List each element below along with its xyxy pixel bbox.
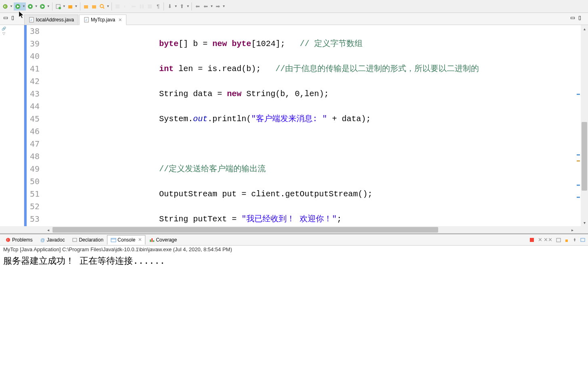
prev-annotation-icon[interactable]: ⬆ bbox=[178, 3, 185, 10]
remove-all-icon[interactable]: ✕✕ bbox=[544, 236, 552, 244]
show-whitespace-icon[interactable] bbox=[146, 3, 153, 10]
overview-ruler[interactable] bbox=[576, 25, 581, 226]
scroll-thumb[interactable] bbox=[52, 227, 438, 233]
marker-icon[interactable] bbox=[577, 94, 580, 95]
code-editor[interactable]: byte[] b = new byte[1024]; // 定义字节数组 int… bbox=[41, 25, 588, 226]
javadoc-icon: @ bbox=[40, 237, 46, 243]
debug-icon[interactable] bbox=[2, 3, 9, 10]
main-toolbar: ▼ ▼ ▼ ▼ ▼ ▼ ▼ ¶ ⬇ ▼ ⬆ ▼ ⬅ ⬅ bbox=[0, 0, 588, 13]
marker-icon[interactable] bbox=[577, 185, 580, 186]
svg-rect-8 bbox=[84, 5, 88, 8]
marker-icon[interactable] bbox=[577, 160, 580, 162]
line-number: 46 bbox=[27, 125, 40, 138]
clear-console-icon[interactable] bbox=[555, 236, 562, 244]
tab-mytcp[interactable]: J MyTcp.java ✕ bbox=[79, 15, 126, 25]
svg-rect-25 bbox=[111, 238, 116, 242]
coverage-icon[interactable] bbox=[27, 3, 34, 10]
svg-rect-30 bbox=[530, 238, 534, 242]
dropdown-arrow-icon[interactable]: ▼ bbox=[222, 4, 225, 8]
svg-rect-29 bbox=[153, 240, 154, 242]
minimize-icon[interactable]: ▭ bbox=[570, 15, 577, 21]
tab-localaddress[interactable]: J localAddress.java bbox=[24, 15, 78, 25]
line-number: 50 bbox=[27, 175, 40, 188]
line-number: 42 bbox=[27, 75, 40, 88]
line-number: 38 bbox=[27, 25, 40, 38]
svg-rect-16 bbox=[148, 4, 152, 8]
link-editor-icon[interactable]: 🔗 bbox=[0, 27, 8, 32]
maximize-icon[interactable]: ▯ bbox=[578, 15, 585, 21]
scroll-down-icon[interactable]: ▾ bbox=[581, 219, 588, 226]
dropdown-arrow-icon[interactable]: ▼ bbox=[63, 4, 66, 8]
marker-icon[interactable] bbox=[577, 197, 580, 198]
back-icon[interactable]: ⬅ bbox=[194, 3, 201, 10]
tab-console[interactable]: Console ✕ bbox=[107, 235, 145, 245]
new-package-icon[interactable] bbox=[67, 3, 74, 10]
svg-rect-12 bbox=[116, 4, 120, 8]
tab-declaration[interactable]: Declaration bbox=[68, 235, 107, 245]
pilcrow-icon[interactable]: ¶ bbox=[154, 3, 162, 10]
toggle-breadcrumb-icon[interactable] bbox=[122, 3, 129, 10]
dropdown-arrow-icon[interactable]: ▼ bbox=[10, 4, 13, 8]
svg-rect-24 bbox=[73, 238, 77, 242]
scroll-lock-icon[interactable] bbox=[563, 236, 570, 244]
pin-console-icon[interactable] bbox=[571, 236, 578, 244]
bottom-panel: ! Problems @ Javadoc Declaration Console… bbox=[0, 233, 588, 355]
console-output[interactable]: 服务器建立成功！ 正在等待连接...... bbox=[0, 253, 588, 355]
svg-line-11 bbox=[103, 7, 104, 8]
tab-problems[interactable]: ! Problems bbox=[2, 235, 36, 245]
restore-view-icon[interactable]: ▯ bbox=[11, 15, 18, 21]
run-last-icon[interactable] bbox=[39, 3, 46, 10]
search-icon[interactable] bbox=[99, 3, 106, 10]
back-history-icon[interactable]: ⬅ bbox=[202, 3, 209, 10]
display-console-icon[interactable] bbox=[579, 236, 586, 244]
tab-coverage[interactable]: Coverage bbox=[145, 235, 181, 245]
dropdown-arrow-icon[interactable]: ▼ bbox=[47, 4, 50, 8]
horizontal-scrollbar[interactable]: ◂ ▸ bbox=[0, 226, 588, 233]
line-number: 43 bbox=[27, 88, 40, 100]
dropdown-arrow-icon[interactable]: ▼ bbox=[210, 4, 213, 8]
svg-rect-7 bbox=[68, 5, 72, 8]
close-tab-icon[interactable]: ✕ bbox=[118, 17, 122, 23]
dropdown-arrow-icon[interactable]: ▼ bbox=[174, 4, 177, 8]
svg-text:J: J bbox=[30, 18, 32, 22]
line-number: 40 bbox=[27, 50, 40, 63]
svg-text:J: J bbox=[85, 18, 87, 22]
svg-rect-33 bbox=[581, 238, 585, 242]
block-selection-icon[interactable] bbox=[138, 3, 145, 10]
minimize-view-icon[interactable]: ▭ bbox=[3, 15, 10, 21]
svg-rect-32 bbox=[565, 240, 568, 242]
toggle-highlight-icon[interactable] bbox=[114, 3, 121, 10]
vertical-scrollbar[interactable]: ▴ ▾ bbox=[581, 25, 588, 226]
scroll-up-icon[interactable]: ▴ bbox=[581, 25, 588, 32]
next-annotation-icon[interactable]: ⬇ bbox=[166, 3, 173, 10]
scroll-left-icon[interactable]: ◂ bbox=[44, 228, 52, 232]
java-file-icon: J bbox=[84, 17, 89, 23]
open-type-icon[interactable] bbox=[82, 3, 90, 10]
new-class-icon[interactable] bbox=[55, 3, 62, 10]
collapse-all-icon[interactable]: ▽ bbox=[0, 32, 8, 36]
svg-text:!: ! bbox=[7, 238, 8, 242]
scroll-thumb[interactable] bbox=[582, 122, 587, 191]
run-icon[interactable] bbox=[14, 3, 21, 10]
tab-javadoc[interactable]: @ Javadoc bbox=[36, 235, 69, 245]
svg-rect-31 bbox=[556, 238, 561, 242]
line-number: 53 bbox=[27, 213, 40, 225]
svg-point-6 bbox=[59, 7, 61, 9]
forward-icon[interactable]: ➡ bbox=[214, 3, 221, 10]
marker-icon[interactable] bbox=[577, 154, 580, 155]
svg-rect-9 bbox=[92, 5, 96, 8]
svg-rect-13 bbox=[132, 6, 136, 7]
mark-occurrences-icon[interactable] bbox=[130, 3, 137, 10]
dropdown-arrow-icon[interactable]: ▼ bbox=[22, 4, 25, 8]
dropdown-arrow-icon[interactable]: ▼ bbox=[107, 4, 110, 8]
line-number: 47 bbox=[27, 138, 40, 150]
close-tab-icon[interactable]: ✕ bbox=[138, 237, 142, 242]
terminate-icon[interactable] bbox=[528, 236, 536, 244]
dropdown-arrow-icon[interactable]: ▼ bbox=[186, 4, 189, 8]
scroll-right-icon[interactable]: ▸ bbox=[569, 228, 576, 232]
open-task-icon[interactable] bbox=[90, 3, 98, 10]
dropdown-arrow-icon[interactable]: ▼ bbox=[35, 4, 38, 8]
remove-launch-icon[interactable]: ✕ bbox=[536, 236, 544, 244]
dropdown-arrow-icon[interactable]: ▼ bbox=[75, 4, 78, 8]
line-number: 45 bbox=[27, 113, 40, 125]
